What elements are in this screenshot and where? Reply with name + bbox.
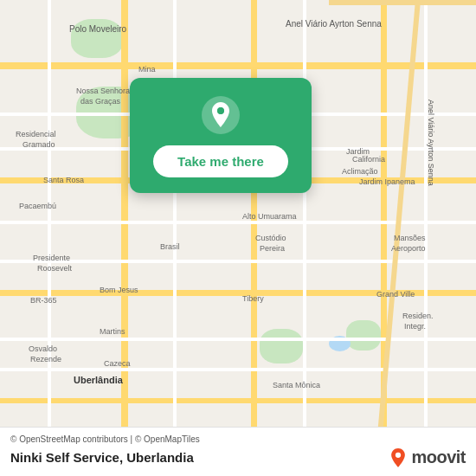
- road-sv2: [173, 0, 177, 427]
- moovit-logo: moovit: [389, 447, 466, 467]
- moovit-text: moovit: [411, 447, 466, 467]
- bottom-bar: © OpenStreetMap contributors | © OpenMap…: [0, 427, 476, 476]
- svg-point-2: [396, 452, 401, 457]
- road-sv1: [48, 0, 51, 427]
- location-pin-icon: [201, 95, 241, 135]
- road-diagonal-h: [329, 0, 476, 5]
- road-s5: [0, 338, 476, 341]
- road-h1: [0, 62, 476, 69]
- road-s3: [0, 221, 476, 224]
- road-v1: [121, 0, 128, 427]
- road-s6: [0, 368, 476, 371]
- map-container: Polo Moveleiro Anel Viário Ayrton Senna …: [0, 0, 476, 427]
- green-area-3: [260, 329, 303, 363]
- road-s4: [0, 260, 476, 263]
- label-anel-side: Anel Viário Ayrton Senna: [427, 100, 435, 186]
- road-sv4: [424, 0, 428, 427]
- moovit-pin-icon: [389, 448, 408, 467]
- road-sv3: [303, 0, 306, 427]
- green-area-4: [346, 320, 381, 351]
- popup-card: Take me there: [130, 78, 312, 193]
- green-area-1: [71, 19, 123, 58]
- svg-point-1: [217, 107, 224, 114]
- location-name: Ninki Self Service, Uberlandia: [10, 450, 194, 465]
- road-v2: [251, 0, 257, 427]
- attribution-text: © OpenStreetMap contributors | © OpenMap…: [10, 434, 466, 444]
- road-h3: [0, 290, 476, 296]
- road-h4: [0, 398, 476, 403]
- location-row: Ninki Self Service, Uberlandia moovit: [10, 447, 466, 467]
- take-me-there-button[interactable]: Take me there: [153, 145, 288, 177]
